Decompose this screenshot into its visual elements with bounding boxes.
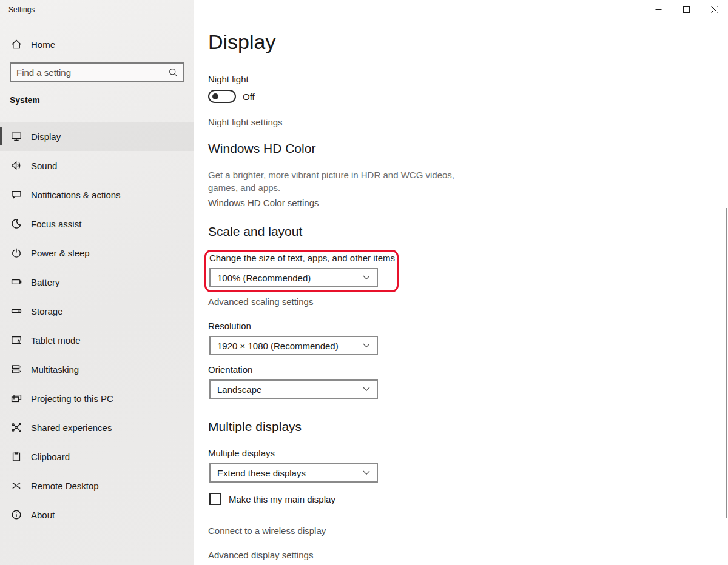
projecting-icon	[10, 392, 22, 404]
sidebar-item-tablet-mode[interactable]: Tablet mode	[0, 326, 194, 355]
multiple-displays-label: Multiple displays	[208, 448, 275, 458]
orientation-dropdown[interactable]: Landscape	[209, 379, 378, 399]
orientation-dropdown-value: Landscape	[217, 384, 261, 395]
sidebar-section-system: System	[10, 95, 40, 105]
sidebar-item-notifications[interactable]: Notifications & actions	[0, 180, 194, 209]
sidebar-item-label: Multitasking	[31, 364, 79, 375]
sidebar: Settings Home System Display	[0, 0, 194, 565]
sidebar-item-label: Notifications & actions	[31, 190, 121, 200]
remote-desktop-icon	[10, 480, 22, 492]
search-box	[10, 62, 184, 82]
multitasking-icon	[10, 363, 22, 375]
page-title: Display	[208, 30, 275, 54]
battery-icon	[10, 276, 22, 288]
sidebar-item-storage[interactable]: Storage	[0, 296, 194, 326]
multiple-displays-heading: Multiple displays	[208, 420, 302, 434]
about-icon	[10, 509, 22, 521]
close-button[interactable]	[700, 0, 728, 19]
sidebar-nav: Display Sound Notifications & actions	[0, 122, 194, 529]
hd-color-heading: Windows HD Color	[208, 141, 315, 156]
maximize-button[interactable]	[672, 0, 700, 19]
power-icon	[10, 247, 22, 259]
main-display-checkbox-row: Make this my main display	[209, 493, 335, 505]
close-icon	[711, 5, 718, 15]
scale-layout-heading: Scale and layout	[208, 224, 302, 239]
sidebar-item-label: Remote Desktop	[31, 481, 99, 491]
focus-assist-icon	[10, 218, 22, 230]
sidebar-item-battery[interactable]: Battery	[0, 267, 194, 296]
window-title: Settings	[8, 5, 35, 14]
multiple-displays-dropdown-value: Extend these displays	[217, 468, 306, 478]
connect-wireless-display-link[interactable]: Connect to a wireless display	[208, 526, 326, 536]
sidebar-item-projecting[interactable]: Projecting to this PC	[0, 384, 194, 413]
night-light-state: Off	[243, 92, 255, 102]
minimize-button[interactable]	[644, 0, 672, 19]
display-icon	[10, 130, 22, 142]
hd-color-settings-link[interactable]: Windows HD Color settings	[208, 198, 319, 208]
storage-icon	[10, 305, 22, 317]
sidebar-item-multitasking[interactable]: Multitasking	[0, 355, 194, 384]
sidebar-item-label: About	[31, 510, 55, 520]
chevron-down-icon	[363, 387, 370, 392]
sound-icon	[10, 159, 22, 172]
chevron-down-icon	[363, 275, 370, 280]
night-light-label: Night light	[208, 74, 249, 84]
shared-experiences-icon	[10, 421, 22, 433]
sidebar-item-label: Power & sleep	[31, 248, 90, 258]
sidebar-item-label: Focus assist	[31, 219, 81, 229]
scale-dropdown-value: 100% (Recommended)	[217, 273, 311, 283]
sidebar-item-label: Tablet mode	[31, 335, 81, 346]
sidebar-item-label: Battery	[31, 277, 60, 287]
orientation-label: Orientation	[208, 364, 252, 375]
scale-dropdown[interactable]: 100% (Recommended)	[209, 268, 378, 287]
main-display-checkbox[interactable]	[209, 493, 221, 505]
resolution-dropdown[interactable]: 1920 × 1080 (Recommended)	[209, 336, 378, 355]
resolution-label: Resolution	[208, 321, 251, 331]
sidebar-item-label: Display	[31, 132, 61, 142]
advanced-display-settings-link[interactable]: Advanced display settings	[208, 550, 313, 560]
sidebar-item-power-sleep[interactable]: Power & sleep	[0, 238, 194, 267]
resolution-dropdown-value: 1920 × 1080 (Recommended)	[217, 341, 339, 351]
sidebar-item-shared-experiences[interactable]: Shared experiences	[0, 413, 194, 442]
vertical-scrollbar[interactable]	[726, 208, 727, 518]
advanced-scaling-link[interactable]: Advanced scaling settings	[208, 296, 313, 307]
maximize-icon	[683, 5, 690, 15]
multiple-displays-dropdown[interactable]: Extend these displays	[209, 463, 378, 483]
sidebar-item-focus-assist[interactable]: Focus assist	[0, 209, 194, 238]
sidebar-item-sound[interactable]: Sound	[0, 151, 194, 180]
sidebar-item-label: Storage	[31, 306, 63, 316]
home-icon	[10, 38, 22, 50]
sidebar-item-label: Home	[31, 39, 55, 50]
tablet-mode-icon	[10, 334, 22, 346]
scale-size-label: Change the size of text, apps, and other…	[209, 253, 395, 263]
night-light-settings-link[interactable]: Night light settings	[208, 117, 283, 127]
search-icon	[169, 68, 178, 77]
hd-color-description: Get a brighter, more vibrant picture in …	[208, 169, 463, 194]
clipboard-icon	[10, 450, 22, 463]
sidebar-item-clipboard[interactable]: Clipboard	[0, 442, 194, 471]
chevron-down-icon	[363, 343, 370, 348]
search-input[interactable]	[11, 64, 169, 81]
sidebar-item-remote-desktop[interactable]: Remote Desktop	[0, 471, 194, 500]
sidebar-item-home[interactable]: Home	[0, 30, 194, 59]
sidebar-item-label: Sound	[31, 161, 57, 171]
sidebar-item-display[interactable]: Display	[0, 122, 194, 151]
minimize-icon	[655, 5, 662, 15]
toggle-knob	[212, 93, 218, 99]
sidebar-item-about[interactable]: About	[0, 500, 194, 529]
main-display-checkbox-label: Make this my main display	[229, 494, 335, 504]
chevron-down-icon	[363, 470, 370, 475]
sidebar-item-label: Projecting to this PC	[31, 393, 113, 404]
sidebar-item-label: Shared experiences	[31, 423, 112, 433]
night-light-toggle[interactable]	[208, 90, 236, 103]
notifications-icon	[10, 189, 22, 201]
sidebar-item-label: Clipboard	[31, 452, 70, 462]
